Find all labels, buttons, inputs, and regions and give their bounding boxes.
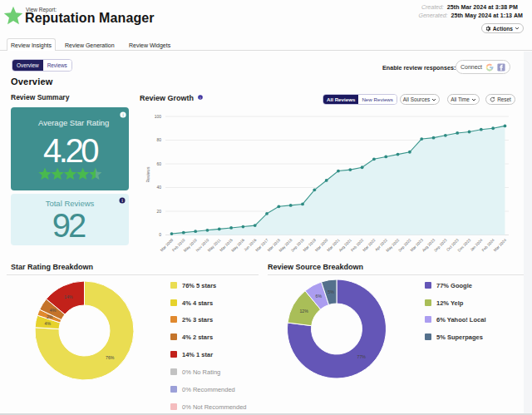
svg-text:77%: 77% xyxy=(357,354,367,359)
svg-text:Reviews: Reviews xyxy=(145,166,150,182)
svg-text:4%: 4% xyxy=(45,321,52,326)
svg-text:20: 20 xyxy=(156,209,161,214)
svg-text:Sep 2023: Sep 2023 xyxy=(433,238,448,253)
svg-text:40: 40 xyxy=(156,185,161,190)
svg-text:5%: 5% xyxy=(328,289,334,294)
svg-text:Mar 2024: Mar 2024 xyxy=(493,238,508,253)
svg-text:60: 60 xyxy=(156,161,161,166)
svg-text:14%: 14% xyxy=(64,294,73,299)
svg-text:i: i xyxy=(121,197,123,203)
svg-text:12%: 12% xyxy=(299,309,308,314)
svg-text:0: 0 xyxy=(159,232,161,237)
svg-text:May 2016: May 2016 xyxy=(230,238,245,253)
svg-text:80: 80 xyxy=(156,137,161,142)
svg-text:2%: 2% xyxy=(47,314,53,319)
svg-text:4%: 4% xyxy=(50,308,57,313)
svg-text:6%: 6% xyxy=(316,294,323,299)
svg-text:76%: 76% xyxy=(106,355,115,360)
svg-text:100: 100 xyxy=(155,114,162,119)
